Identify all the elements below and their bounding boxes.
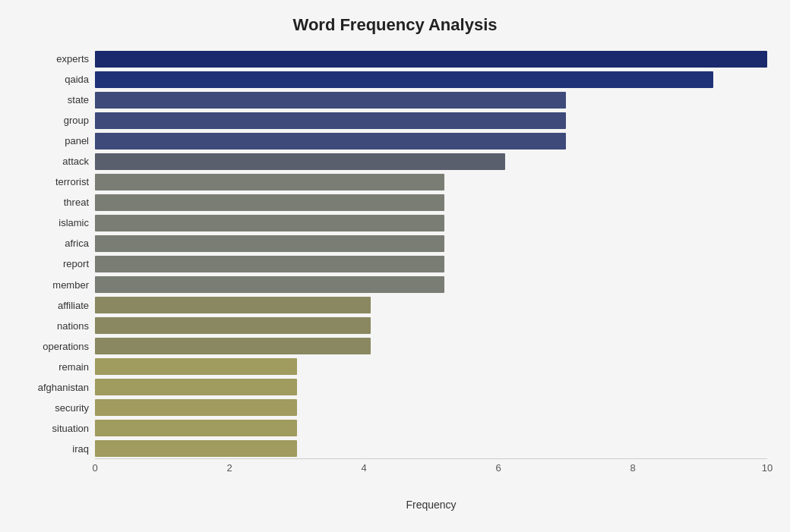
bar-iraq [95,440,297,457]
bar-row-member [95,275,767,294]
bar-row-situation [95,418,767,438]
bar-qaida [95,71,713,88]
bar-row-terrorist [95,172,767,192]
y-label-iraq: iraq [72,439,89,459]
y-label-qaida: qaida [65,70,89,90]
bar-africa [95,235,444,252]
bar-group [95,112,566,129]
bar-report [95,256,444,272]
bar-row-africa [95,234,767,253]
bar-experts [95,51,767,68]
bar-row-remain [95,357,767,376]
bar-islamic [95,215,444,231]
bar-row-iraq [95,439,767,459]
y-label-nations: nations [57,316,89,335]
y-label-panel: panel [65,131,89,151]
y-label-threat: threat [64,193,89,212]
x-axis-label: Frequency [406,499,456,511]
y-label-attack: attack [62,152,89,172]
bar-threat [95,194,444,211]
y-label-operations: operations [43,336,89,356]
bar-remain [95,358,297,375]
x-tick-6: 6 [495,462,501,474]
y-label-remain: remain [58,357,89,376]
y-label-situation: situation [52,418,89,438]
bar-affiliate [95,297,371,313]
chart-title: Word Frequency Analysis [23,15,767,35]
bar-row-report [95,254,767,274]
bar-terrorist [95,174,444,190]
bar-row-state [95,90,767,110]
bar-operations [95,338,371,354]
x-tick-4: 4 [361,462,366,474]
y-label-africa: africa [65,234,89,253]
bar-attack [95,153,505,170]
y-label-experts: experts [56,49,89,69]
bar-state [95,92,566,109]
chart-area: expertsqaidastategrouppanelattackterrori… [23,49,767,482]
bar-row-qaida [95,70,767,90]
y-label-security: security [55,398,89,417]
bar-row-islamic [95,213,767,233]
x-tick-0: 0 [92,462,97,474]
y-label-state: state [68,90,89,110]
bar-afghanistan [95,379,297,395]
bar-row-afghanistan [95,377,767,397]
x-tick-2: 2 [226,462,232,474]
bar-panel [95,133,566,150]
y-label-islamic: islamic [58,213,89,233]
bar-security [95,399,297,416]
y-label-afghanistan: afghanistan [38,377,89,397]
bar-row-panel [95,131,767,151]
y-label-affiliate: affiliate [58,295,89,315]
x-tick-8: 8 [630,462,635,474]
bar-row-threat [95,193,767,212]
bar-row-group [95,111,767,131]
y-label-group: group [64,111,89,131]
y-axis: expertsqaidastategrouppanelattackterrori… [23,49,95,482]
bar-member [95,276,444,293]
bar-nations [95,317,371,334]
chart-container: Word Frequency Analysis expertsqaidastat… [0,0,790,532]
bar-row-operations [95,336,767,356]
y-label-member: member [52,275,89,294]
bars-wrapper [95,49,767,482]
bar-row-security [95,398,767,417]
plot-area: 0246810 Frequency [95,49,767,482]
x-axis: 0246810 [95,459,767,482]
y-label-terrorist: terrorist [55,172,89,192]
bar-row-affiliate [95,295,767,315]
bar-row-experts [95,49,767,69]
y-label-report: report [63,254,89,274]
bar-situation [95,420,297,436]
x-tick-10: 10 [762,462,773,474]
bar-row-attack [95,152,767,172]
bar-row-nations [95,316,767,335]
